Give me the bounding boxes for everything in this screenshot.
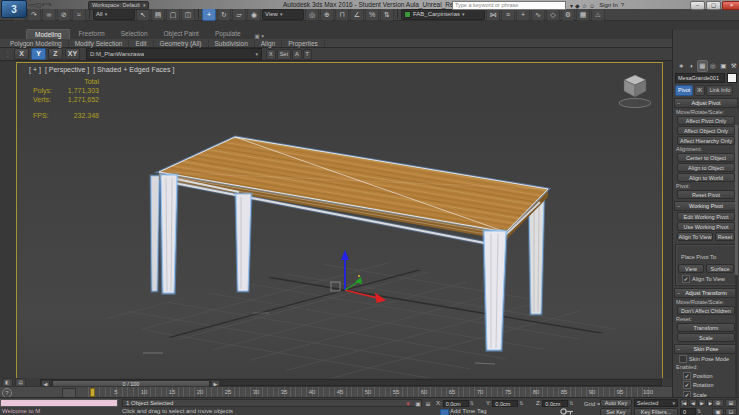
spinner-icon[interactable]: ⇅ (697, 408, 701, 414)
affect-pivot-only-button[interactable]: Affect Pivot Only (677, 116, 735, 125)
reset-scale-button[interactable]: Scale (677, 333, 735, 342)
rollout-adjust-pivot[interactable]: −Adjust Pivot (674, 98, 738, 108)
rollout-skin-pose[interactable]: −Skin Pose (674, 344, 738, 354)
rollout-working-pivot[interactable]: −Working Pivot (674, 201, 738, 211)
isolate-selection-icon[interactable]: ▼ (404, 400, 412, 408)
viewport-menu-view[interactable]: [ Perspective ] (45, 66, 89, 73)
minimize-button[interactable]: – (690, 1, 705, 10)
viewport-canvas[interactable] (17, 63, 662, 378)
ribbon-panel-button[interactable]: Subdivision (209, 40, 255, 47)
ribbon-tab[interactable]: Selection (113, 29, 156, 39)
checkbox-checked[interactable]: ✓ (682, 275, 690, 283)
script-mini-button[interactable]: Set (277, 49, 291, 60)
3dsmax-logo[interactable]: 3 (1, 0, 27, 18)
place-surface-button[interactable]: Surface (706, 264, 734, 273)
edit-working-pivot-button[interactable]: Edit Working Pivot (677, 212, 735, 221)
sign-in-button[interactable]: Sign In (599, 2, 618, 8)
align-to-view-checkbox-row[interactable]: ✓ Align To View (682, 275, 736, 283)
select-and-rotate-icon[interactable]: ↻ (217, 8, 231, 21)
affect-hierarchy-only-button[interactable]: Affect Hierarchy Only (677, 136, 735, 145)
search-input[interactable] (452, 1, 566, 10)
coordinate-x-field[interactable]: 0,0cm (443, 400, 469, 407)
ribbon-panel-button[interactable]: Align (255, 40, 282, 47)
ribbon-tab[interactable]: Populate (207, 29, 249, 39)
hierarchy-subtab[interactable]: Link Info (706, 85, 733, 96)
workspace-dropdown[interactable]: Workspace: Default ▾ (88, 1, 149, 10)
axis-constraint-button[interactable]: Y (31, 48, 46, 60)
align-to-object-button[interactable]: Align to Object (677, 163, 735, 172)
script-mini-button[interactable]: A (292, 49, 302, 60)
center-to-object-button[interactable]: Center to Object (677, 153, 735, 162)
add-time-tag-button[interactable]: Add Time Tag (450, 408, 487, 414)
affect-object-only-button[interactable]: Affect Object Only (677, 126, 735, 135)
zoom-icon[interactable]: ⊕ (712, 399, 724, 407)
current-frame-field[interactable]: 0 (680, 408, 696, 415)
bind-to-spacewarp-icon[interactable]: ≈ (72, 8, 86, 21)
layer-dropdown[interactable]: FAB_Carpinterias ▾ (401, 9, 485, 20)
create-tab-icon[interactable]: ∗ (676, 60, 687, 72)
use-pivot-center-icon[interactable]: ◎ (305, 8, 319, 21)
checkbox-checked[interactable]: ✓ (683, 372, 691, 380)
spinner-icon[interactable]: ⇅ (519, 400, 523, 406)
zoom-extents-icon[interactable]: ▣ (712, 408, 724, 415)
zoom-all-icon[interactable]: ⊞ (725, 399, 737, 407)
spinner-icon[interactable]: ⇅ (470, 400, 474, 406)
place-view-button[interactable]: View (678, 264, 704, 273)
selection-filter-dropdown[interactable]: All ▾ (93, 9, 135, 20)
script-mini-button[interactable]: X (266, 49, 276, 60)
viewport[interactable]: [ + ] [ Perspective ] [ Shaded + Edged F… (16, 62, 663, 379)
favorites-icon[interactable]: ☆ (582, 3, 587, 9)
set-key-button[interactable]: Set Key (600, 408, 632, 415)
restore-button[interactable]: ▢ (706, 1, 721, 10)
timeline-ruler-ticks[interactable]: 5101520253035404550556065707580859095100 (88, 387, 654, 397)
selection-lock-icon[interactable]: ▣ (414, 400, 422, 408)
toolbar-grip[interactable]: ⋮ (4, 50, 11, 58)
time-slider-groove[interactable]: ◀ 0 / 100 ▶ (40, 379, 662, 386)
close-button[interactable]: × (722, 1, 739, 10)
modify-tab-icon[interactable]: ◗ (687, 60, 698, 72)
ribbon-panel-button[interactable]: Properties (282, 40, 325, 47)
coordinate-y-field[interactable]: 0,0cm (492, 400, 518, 407)
select-and-scale-icon[interactable]: ▱ (232, 8, 246, 21)
unlink-selection-icon[interactable]: ⊘ (57, 8, 71, 21)
previous-frame-button[interactable]: ◀ (689, 399, 697, 406)
viewport-menu-shading[interactable]: [ Shaded + Edged Faces ] (93, 66, 174, 73)
percent-snap-icon[interactable]: % (365, 8, 379, 21)
reference-coordinate-dropdown[interactable]: View ▾ (262, 9, 304, 20)
ribbon-panel-button[interactable]: Edit (129, 40, 153, 47)
key-filters-button[interactable]: Key Filters... (634, 408, 678, 415)
display-tab-icon[interactable]: ▣ (718, 60, 729, 72)
play-button[interactable]: ▶ (698, 399, 706, 406)
absolute-mode-icon[interactable]: ⊞ (424, 400, 432, 408)
current-frame-marker[interactable] (90, 388, 95, 397)
scrollbar-thumb[interactable] (735, 125, 738, 275)
checkbox-checked[interactable]: ✓ (683, 381, 691, 389)
checkbox-unchecked[interactable] (679, 355, 687, 363)
dont-affect-children-button[interactable]: Don't Affect Children (677, 306, 735, 315)
rollout-adjust-transform[interactable]: −Adjust Transform (674, 288, 738, 298)
select-and-move-icon[interactable]: + (202, 8, 216, 21)
select-and-manipulate-icon[interactable]: ⊕ (320, 8, 334, 21)
reset-button[interactable]: Reset (715, 232, 735, 241)
community-icon[interactable]: ◆ (575, 3, 580, 9)
user-icon[interactable]: ☺ (589, 3, 595, 9)
search-options-icon[interactable]: ▾ (570, 3, 573, 9)
motion-tab-icon[interactable]: ◎ (708, 60, 719, 72)
ribbon-tab[interactable]: Freeform (70, 29, 112, 39)
selected-filter-dropdown[interactable]: Selected ▾ (634, 399, 678, 407)
timeline-ruler[interactable]: ? 51015202530354045505560657075808590951… (0, 386, 672, 397)
axis-constraint-button[interactable]: XY (65, 48, 80, 60)
ribbon-tab[interactable]: Object Paint (156, 29, 207, 39)
use-working-pivot-button[interactable]: Use Working Pivot (677, 222, 735, 231)
rotation-checkbox-row[interactable]: ✓ Rotation (683, 381, 739, 389)
coordinate-z-field[interactable]: 0,0cm (542, 400, 568, 407)
ribbon-panel-button[interactable]: Geometry (All) (154, 40, 209, 47)
skin-pose-mode-row[interactable]: Skin Pose Mode (679, 355, 739, 363)
select-by-name-icon[interactable]: ▤ (151, 8, 165, 21)
angle-snap-icon[interactable]: ∠ (350, 8, 364, 21)
spinner-icon[interactable]: ⇅ (569, 400, 573, 406)
position-checkbox-row[interactable]: ✓ Position (683, 372, 739, 380)
ribbon-panel-button[interactable]: Polygon Modeling (4, 40, 69, 47)
snap-toggle-icon[interactable]: ⊓ (335, 8, 349, 21)
reset-pivot-button[interactable]: Reset Pivot (677, 190, 735, 199)
